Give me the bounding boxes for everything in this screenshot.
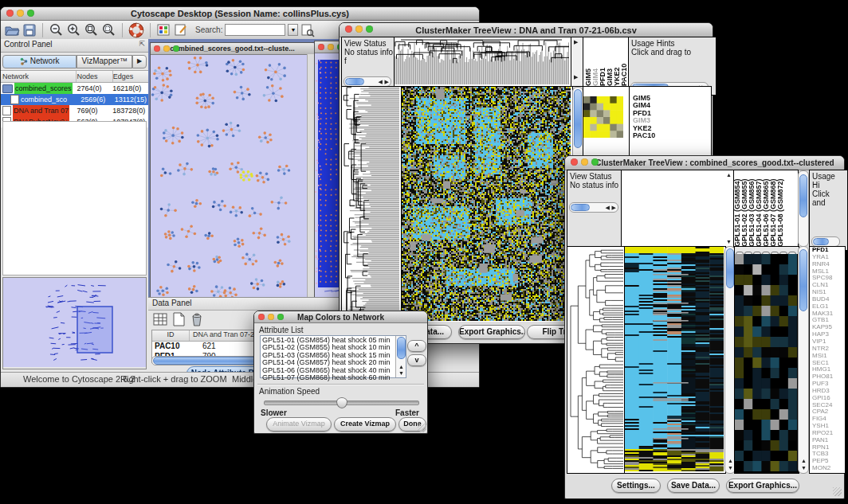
zoom-window-icon[interactable]: [27, 10, 34, 17]
tv2-zoom-canvas[interactable]: [735, 254, 797, 471]
overview-canvas[interactable]: [3, 278, 146, 367]
scroll-down-icon[interactable]: ▼: [801, 465, 807, 471]
zoom-window-icon[interactable]: [277, 314, 284, 320]
tv1-dendro-scroll-strip[interactable]: ▶ ▶: [571, 37, 583, 87]
scroll-left-icon[interactable]: ◀: [606, 205, 610, 211]
scroll-up-icon[interactable]: ▲: [801, 458, 807, 464]
column-label[interactable]: GIM4: [592, 37, 599, 86]
scroll-down-icon[interactable]: ▶: [574, 74, 578, 80]
animation-speed-slider[interactable]: [264, 400, 419, 405]
column-label[interactable]: GPL51-02 (GSM855): [741, 170, 748, 247]
network-vscrollbar[interactable]: [307, 54, 314, 303]
tv2-column-dendrogram[interactable]: ▲ ▼: [621, 170, 734, 248]
gene-label[interactable]: MON2: [812, 465, 845, 472]
scroll-right-icon[interactable]: ▶: [385, 79, 389, 85]
network-row-dna-tran[interactable]: DNA and Tran 07 769(0)183728(0): [1, 105, 148, 116]
tv2-settings-button[interactable]: Settings...: [611, 479, 661, 493]
zoom-window-icon[interactable]: [366, 25, 373, 33]
close-icon[interactable]: [154, 45, 160, 52]
save-icon[interactable]: [22, 23, 37, 37]
close-icon[interactable]: [6, 10, 14, 17]
col-header-id[interactable]: ID: [152, 330, 190, 341]
zoom-window-icon[interactable]: [173, 45, 179, 52]
scroll-up-icon[interactable]: ▲: [728, 458, 733, 464]
move-up-button[interactable]: ^: [407, 340, 426, 352]
close-icon[interactable]: [258, 314, 265, 320]
tv2-zoom-vscrollbar[interactable]: ▲ ▼: [798, 246, 809, 474]
slider-thumb[interactable]: [336, 397, 347, 408]
float-panel-icon[interactable]: ⇱: [139, 40, 145, 48]
tab-overflow-arrow[interactable]: ▶: [132, 55, 147, 68]
tv1-column-dendrogram[interactable]: [394, 37, 571, 87]
scroll-down-icon[interactable]: ▼: [726, 239, 732, 245]
window-controls[interactable]: [345, 25, 373, 33]
minimize-icon[interactable]: [163, 45, 170, 52]
attribute-listbox[interactable]: GPL51-01 (GSM854) heat shock 05 minGPL51…: [260, 335, 406, 378]
close-icon[interactable]: [571, 158, 578, 166]
attribute-list-item[interactable]: GPL51-01 (GSM854) heat shock 05 min: [262, 337, 395, 344]
new-attribute-icon[interactable]: [171, 311, 186, 327]
scroll-down-icon[interactable]: ▼: [398, 370, 404, 377]
network-overview-panel[interactable]: [2, 277, 147, 369]
close-icon[interactable]: [318, 44, 324, 50]
close-icon[interactable]: [345, 25, 352, 33]
zoom-in-icon[interactable]: [66, 22, 81, 37]
window-controls[interactable]: [571, 158, 599, 166]
attribute-list-vscrollbar[interactable]: ▲ ▼: [395, 336, 406, 377]
tab-vizmapper[interactable]: VizMapper™: [77, 55, 132, 68]
window-controls[interactable]: [6, 10, 34, 17]
delete-attribute-icon[interactable]: [189, 311, 203, 327]
zoom-out-icon[interactable]: [49, 22, 64, 37]
scroll-right-icon[interactable]: ▶: [612, 205, 616, 211]
tv1-export-graphics-button[interactable]: Export Graphics...: [458, 325, 525, 339]
column-label[interactable]: YKE2: [614, 37, 621, 86]
tab-network[interactable]: Network: [2, 55, 77, 68]
attribute-list-item[interactable]: GPL51-07 (GSM868) heat shock 60 min: [262, 374, 395, 381]
network-overview-icon[interactable]: [156, 23, 171, 37]
network-row-combined-scores[interactable]: combined_scores 2764(0)16218(0): [1, 83, 148, 94]
scroll-left-icon[interactable]: ◀: [379, 79, 383, 85]
tv2-global-heatmap[interactable]: [624, 246, 726, 474]
column-label[interactable]: PAC10: [621, 37, 628, 86]
column-label[interactable]: GPL51-01 (GSM854): [734, 170, 741, 247]
resize-grip[interactable]: [833, 487, 842, 496]
attribute-list-item[interactable]: GPL51-02 (GSM855) heat shock 10 min: [262, 344, 395, 351]
search-dropdown-icon[interactable]: ▼: [288, 24, 298, 36]
window-controls[interactable]: [258, 314, 284, 320]
network-view-titlebar[interactable]: combined_scores_good.txt--cluste...: [151, 43, 314, 55]
tv1-zoom-canvas[interactable]: [583, 96, 623, 138]
scroll-down-icon[interactable]: ▼: [728, 465, 733, 471]
gene-label[interactable]: PAC10: [633, 132, 655, 139]
dialog-titlebar[interactable]: Map Colors to Network: [254, 311, 427, 323]
column-label[interactable]: GIM3: [607, 37, 614, 86]
network-canvas[interactable]: [151, 55, 306, 303]
tv2-titlebar[interactable]: ClusterMaker TreeView : combined_scores_…: [565, 156, 844, 170]
attribute-list-item[interactable]: GPL51-03 (GSM856) heat shock 15 min: [262, 352, 395, 359]
select-attributes-icon[interactable]: [152, 311, 168, 327]
main-titlebar[interactable]: Cytoscape Desktop (Session Name: collins…: [1, 7, 479, 21]
tv1-titlebar[interactable]: ClusterMaker TreeView : DNA and Tran 07-…: [340, 23, 713, 37]
column-label[interactable]: GPL51-08 (GSM872): [777, 170, 784, 247]
zoom-selected-icon[interactable]: [101, 22, 116, 37]
minimize-icon[interactable]: [355, 25, 363, 33]
tv1-heat-canvas[interactable]: [402, 87, 571, 321]
zoom-fit-icon[interactable]: [84, 22, 99, 37]
scroll-up-icon[interactable]: ▲: [726, 172, 732, 178]
move-down-button[interactable]: v: [407, 354, 426, 366]
tv1-global-heatmap[interactable]: [401, 86, 573, 323]
attribute-list-item[interactable]: GPL51-06 (GSM865) heat shock 40 min: [262, 367, 395, 374]
column-label[interactable]: GPL51-04 (GSM857): [756, 170, 763, 247]
open-file-icon[interactable]: [4, 23, 20, 37]
tv2-rowdendro-canvas[interactable]: [567, 247, 623, 471]
tv2-export-graphics-button[interactable]: Export Graphics...: [726, 479, 799, 493]
create-vizmap-button[interactable]: Create Vizmap: [334, 417, 396, 432]
column-label[interactable]: PFD1: [599, 37, 607, 86]
scroll-up-icon[interactable]: ▶: [574, 39, 578, 45]
column-label[interactable]: GPL51-03 (GSM856): [748, 170, 756, 247]
window-controls[interactable]: [154, 45, 179, 52]
minimize-icon[interactable]: [581, 158, 588, 166]
minimize-icon[interactable]: [17, 10, 24, 17]
scroll-up-icon[interactable]: ▲: [398, 364, 404, 370]
tv2-heat-canvas[interactable]: [625, 247, 724, 471]
column-label[interactable]: GIM5: [585, 37, 592, 86]
